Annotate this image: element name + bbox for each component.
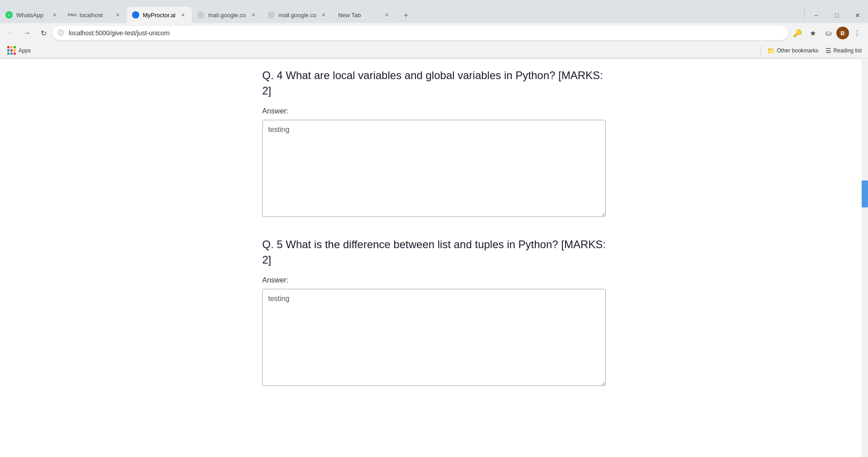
forward-button[interactable]: →	[20, 26, 34, 40]
reload-button[interactable]: ↻	[36, 26, 51, 40]
maximize-button[interactable]: □	[826, 7, 847, 24]
question-5-text: Q. 5 What is the difference between list…	[262, 237, 606, 267]
tab-separator	[804, 9, 805, 18]
window-controls: − □ ✕	[806, 4, 868, 24]
other-bookmarks[interactable]: 📁 Other bookmarks	[764, 46, 821, 55]
tab-mail2-label: mail.google.co	[278, 12, 316, 19]
minimize-button[interactable]: −	[806, 7, 826, 24]
tab-mail1[interactable]: mail.google.co ✕	[192, 7, 262, 23]
mail2-favicon	[268, 11, 275, 19]
answer-4-textarea[interactable]: testing	[262, 120, 606, 217]
bookmarks-bar: Apps 📁 Other bookmarks ☰ Reading list	[0, 43, 868, 58]
tab-localhost[interactable]: PMA localhost ✕	[63, 7, 127, 23]
apps-label: Apps	[19, 47, 31, 54]
tab-myproctor-close[interactable]: ✕	[179, 11, 186, 19]
tab-bar: ✓ WhatsApp ✕ PMA localhost ✕ MyProctor.a…	[0, 0, 868, 23]
extensions-icon[interactable]: ⛀	[821, 26, 835, 40]
pma-favicon: PMA	[69, 11, 76, 19]
key-icon[interactable]: 🔑	[790, 26, 805, 40]
page-content[interactable]: Q. 4 What are local variables and global…	[0, 59, 868, 457]
myproctor-favicon	[132, 11, 139, 19]
address-bar-wrapper: ⓘ	[52, 26, 788, 40]
tab-whatsapp[interactable]: ✓ WhatsApp ✕	[0, 7, 63, 23]
tab-localhost-label: localhost	[80, 12, 110, 19]
folder-icon: 📁	[767, 47, 775, 54]
tab-myproctor[interactable]: MyProctor.ai ✕	[127, 7, 192, 23]
answer-5-label: Answer:	[262, 276, 606, 284]
tab-mail2-close[interactable]: ✕	[320, 11, 327, 19]
tab-mail1-close[interactable]: ✕	[250, 11, 257, 19]
tab-mail1-label: mail.google.co	[208, 12, 246, 19]
tab-newtab-label: New Tab	[338, 12, 380, 19]
answer-4-label: Answer:	[262, 107, 606, 115]
question-4-block: Q. 4 What are local variables and global…	[262, 68, 606, 219]
profile-avatar[interactable]: B	[836, 27, 849, 39]
add-tab-button[interactable]: ＋	[398, 7, 414, 23]
tab-mail2[interactable]: mail.google.co ✕	[262, 7, 333, 23]
reading-list[interactable]: ☰ Reading list	[823, 46, 864, 55]
browser-scrollbar[interactable]	[862, 58, 868, 457]
tab-newtab-close[interactable]: ✕	[383, 11, 391, 19]
tab-bar-content: ✓ WhatsApp ✕ PMA localhost ✕ MyProctor.a…	[0, 7, 803, 23]
lock-icon: ⓘ	[58, 29, 64, 37]
tab-localhost-close[interactable]: ✕	[114, 11, 121, 19]
question-5-block: Q. 5 What is the difference between list…	[262, 237, 606, 388]
browser-chrome: ✓ WhatsApp ✕ PMA localhost ✕ MyProctor.a…	[0, 0, 868, 59]
whatsapp-favicon: ✓	[5, 11, 13, 19]
mail1-favicon	[197, 11, 204, 19]
answer-5-textarea[interactable]: testing	[262, 289, 606, 386]
other-bookmarks-label: Other bookmarks	[777, 47, 818, 54]
bookmarks-separator	[760, 46, 761, 55]
content-wrapper: Q. 4 What are local variables and global…	[199, 68, 669, 388]
tab-newtab[interactable]: New Tab ✕	[333, 7, 396, 23]
address-bar-row: ← → ↻ ⓘ 🔑 ★ ⛀ B ⋮	[0, 23, 868, 43]
tab-whatsapp-label: WhatsApp	[16, 12, 47, 19]
tab-myproctor-label: MyProctor.ai	[143, 12, 175, 19]
apps-bookmark[interactable]: Apps	[4, 45, 34, 56]
question-4-text: Q. 4 What are local variables and global…	[262, 68, 606, 98]
reading-list-label: Reading list	[833, 47, 862, 54]
menu-icon[interactable]: ⋮	[850, 26, 864, 40]
apps-grid-icon	[7, 46, 16, 55]
close-button[interactable]: ✕	[847, 7, 868, 24]
reading-list-icon: ☰	[826, 47, 831, 54]
bookmark-star-icon[interactable]: ★	[806, 26, 820, 40]
tab-whatsapp-close[interactable]: ✕	[51, 11, 58, 19]
browser-scrollbar-thumb[interactable]	[862, 180, 868, 207]
toolbar-icons: 🔑 ★ ⛀ B ⋮	[790, 26, 864, 40]
back-button[interactable]: ←	[4, 26, 18, 40]
address-input[interactable]	[52, 26, 788, 40]
